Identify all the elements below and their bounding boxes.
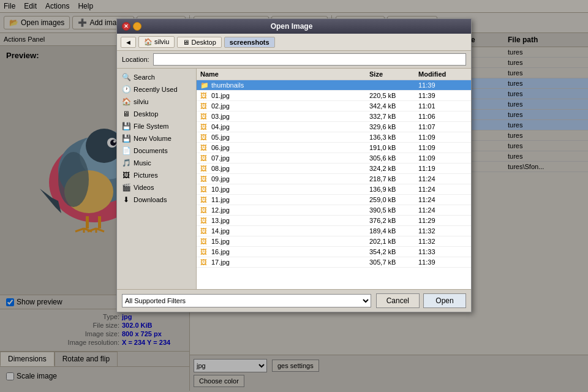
file-item[interactable]: 🖼 10.jpg 136,9 kB 11:24	[197, 184, 471, 195]
file-icon: 🖼	[200, 175, 209, 183]
file-item[interactable]: 🖼 04.jpg 329,6 kB 11:07	[197, 122, 471, 132]
place-item-new-volume[interactable]: 💾 New Volume	[117, 132, 196, 145]
place-item-pictures[interactable]: 🖼 Pictures	[117, 169, 196, 181]
file-size: 324,2 kB	[369, 165, 418, 172]
nav-crumb-screenshots[interactable]: screenshots	[224, 37, 275, 48]
file-modified: 11:01	[418, 102, 467, 110]
file-modified: 11:09	[418, 144, 467, 151]
dialog-minimize-button[interactable]	[133, 22, 141, 31]
files-col-name: Name	[200, 70, 369, 78]
file-item[interactable]: 🖼 08.jpg 324,2 kB 11:19	[197, 164, 471, 174]
files-list: 🖼 01.jpg 220,5 kB 11:39 🖼 02.jpg 342,4 k…	[197, 91, 471, 268]
place-icon: 🔍	[122, 73, 130, 81]
file-item[interactable]: 🖼 11.jpg 259,0 kB 11:24	[197, 195, 471, 205]
folder-icon: 📁	[200, 81, 209, 89]
place-item-downloads[interactable]: ⬇ Downloads	[117, 194, 196, 206]
file-modified: 11:09	[418, 154, 467, 162]
file-item[interactable]: 🖼 12.jpg 390,5 kB 11:24	[197, 205, 471, 216]
place-icon: 🖼	[122, 171, 130, 179]
place-icon: 🎵	[122, 159, 130, 167]
file-item[interactable]: 🖼 03.jpg 332,7 kB 11:06	[197, 111, 471, 122]
file-name: 🖼 05.jpg	[200, 134, 369, 141]
folder-modified: 11:39	[418, 81, 467, 89]
place-label: silviu	[134, 98, 148, 105]
nav-back-button[interactable]: ◄	[121, 37, 136, 48]
file-name: 🖼 03.jpg	[200, 113, 369, 120]
file-item[interactable]: 🖼 09.jpg 218,7 kB 11:24	[197, 174, 471, 184]
file-item[interactable]: 🖼 07.jpg 305,6 kB 11:09	[197, 153, 471, 164]
file-size: 305,7 kB	[369, 258, 418, 266]
place-icon: 💾	[122, 134, 130, 143]
file-icon: 🖼	[200, 196, 209, 203]
file-modified: 11:39	[418, 92, 467, 99]
file-item[interactable]: 🖼 16.jpg 354,2 kB 11:33	[197, 247, 471, 257]
file-icon: 🖼	[200, 186, 209, 193]
dialog-titlebar: ✕ Open Image	[117, 19, 471, 34]
place-item-documents[interactable]: 📄 Documents	[117, 145, 196, 157]
place-item-file-system[interactable]: 💾 File System	[117, 120, 196, 132]
home-icon: 🏠	[144, 38, 153, 45]
file-modified: 11:33	[418, 248, 467, 255]
file-size: 189,4 kB	[369, 227, 418, 235]
file-item[interactable]: 🖼 06.jpg 191,0 kB 11:09	[197, 143, 471, 153]
nav-crumb-home[interactable]: 🏠 silviu	[138, 36, 175, 48]
place-label: Music	[134, 159, 151, 167]
file-size: 191,0 kB	[369, 144, 418, 151]
file-modified: 11:19	[418, 165, 467, 172]
place-label: Downloads	[134, 196, 167, 203]
place-item-videos[interactable]: 🎬 Videos	[117, 181, 196, 194]
filter-select[interactable]: All Supported Filters	[122, 294, 371, 307]
place-item-music[interactable]: 🎵 Music	[117, 157, 196, 169]
file-name: 🖼 15.jpg	[200, 238, 369, 245]
file-modified: 11:39	[418, 258, 467, 266]
location-input[interactable]	[153, 53, 466, 66]
file-size: 259,0 kB	[369, 196, 418, 203]
file-size: 390,5 kB	[369, 206, 418, 214]
file-modified: 11:24	[418, 206, 467, 214]
file-item[interactable]: 🖼 01.jpg 220,5 kB 11:39	[197, 91, 471, 101]
file-size: 376,2 kB	[369, 217, 418, 224]
dialog-bottom: All Supported Filters Cancel Open	[117, 289, 471, 312]
place-label: Documents	[134, 147, 168, 154]
file-name: 🖼 10.jpg	[200, 186, 369, 193]
place-item-search[interactable]: 🔍 Search	[117, 71, 196, 83]
file-name: 🖼 08.jpg	[200, 165, 369, 172]
place-icon: 📄	[122, 146, 130, 155]
place-label: New Volume	[134, 135, 172, 142]
dialog-controls: ✕	[122, 22, 141, 31]
files-header[interactable]: Name Size Modified	[197, 69, 471, 80]
cancel-button[interactable]: Cancel	[376, 293, 420, 308]
open-button[interactable]: Open	[423, 293, 466, 308]
place-item-silviu[interactable]: 🏠 silviu	[117, 96, 196, 108]
file-icon: 🖼	[200, 227, 209, 235]
file-size: 202,1 kB	[369, 238, 418, 245]
place-label: Pictures	[134, 172, 158, 179]
nav-crumb-desktop[interactable]: 🖥 Desktop	[177, 37, 221, 48]
file-name: 🖼 04.jpg	[200, 123, 369, 130]
file-icon: 🖼	[200, 206, 209, 214]
file-size: 220,5 kB	[369, 92, 418, 99]
file-item[interactable]: 🖼 13.jpg 376,2 kB 11:29	[197, 216, 471, 226]
file-name: 🖼 12.jpg	[200, 206, 369, 214]
file-icon: 🖼	[200, 144, 209, 151]
place-item-recently-used[interactable]: 🕐 Recently Used	[117, 83, 196, 96]
file-item[interactable]: 🖼 02.jpg 342,4 kB 11:01	[197, 101, 471, 111]
open-image-dialog: ✕ Open Image ◄ 🏠 silviu 🖥 Desktop screen…	[116, 18, 472, 312]
places-panel: 🔍 Search 🕐 Recently Used 🏠 silviu 🖥 Desk…	[117, 69, 197, 289]
file-item[interactable]: 🖼 15.jpg 202,1 kB 11:32	[197, 236, 471, 247]
file-item[interactable]: 🖼 05.jpg 136,3 kB 11:09	[197, 132, 471, 143]
folder-item[interactable]: 📁 thumbnails 11:39	[197, 80, 471, 91]
files-col-modified: Modified	[418, 70, 467, 78]
place-item-desktop[interactable]: 🖥 Desktop	[117, 108, 196, 120]
place-icon: 🏠	[122, 97, 130, 106]
file-modified: 11:24	[418, 186, 467, 193]
dialog-close-button[interactable]: ✕	[122, 22, 130, 31]
file-icon: 🖼	[200, 102, 209, 110]
file-icon: 🖼	[200, 113, 209, 120]
file-item[interactable]: 🖼 14.jpg 189,4 kB 11:32	[197, 226, 471, 236]
file-item[interactable]: 🖼 17.jpg 305,7 kB 11:39	[197, 257, 471, 268]
file-size: 305,6 kB	[369, 154, 418, 162]
folder-name: 📁 thumbnails	[200, 81, 369, 89]
dialog-title: Open Image	[271, 22, 313, 31]
file-icon: 🖼	[200, 217, 209, 224]
